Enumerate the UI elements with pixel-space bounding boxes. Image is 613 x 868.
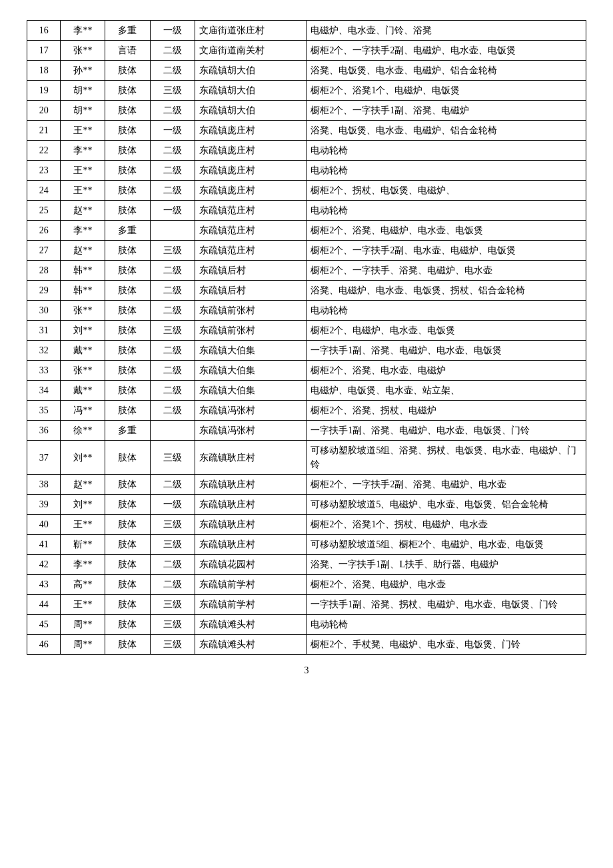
table-row: 42李**肢体二级东疏镇花园村浴凳、一字扶手1副、L扶手、助行器、电磁炉 bbox=[27, 555, 586, 575]
table-row: 24王**肢体二级东疏镇庞庄村橱柜2个、拐杖、电饭煲、电磁炉、 bbox=[27, 181, 586, 201]
table-row: 22李**肢体二级东疏镇庞庄村电动轮椅 bbox=[27, 141, 586, 161]
table-row: 39刘**肢体一级东疏镇耿庄村可移动塑胶坡道5、电磁炉、电水壶、电饭煲、铝合金轮… bbox=[27, 495, 586, 515]
table-row: 38赵**肢体二级东疏镇耿庄村橱柜2个、一字扶手2副、浴凳、电磁炉、电水壶 bbox=[27, 475, 586, 495]
page-number: 3 bbox=[27, 665, 586, 676]
table-row: 31刘**肢体三级东疏镇前张村橱柜2个、电磁炉、电水壶、电饭煲 bbox=[27, 321, 586, 341]
main-table: 16李**多重一级文庙街道张庄村电磁炉、电水壶、门铃、浴凳17张**言语二级文庙… bbox=[27, 20, 586, 655]
table-row: 17张**言语二级文庙街道南关村橱柜2个、一字扶手2副、电磁炉、电水壶、电饭煲 bbox=[27, 41, 586, 61]
table-row: 41靳**肢体三级东疏镇耿庄村可移动塑胶坡道5组、橱柜2个、电磁炉、电水壶、电饭… bbox=[27, 535, 586, 555]
table-row: 21王**肢体一级东疏镇庞庄村浴凳、电饭煲、电水壶、电磁炉、铝合金轮椅 bbox=[27, 121, 586, 141]
page-container: 16李**多重一级文庙街道张庄村电磁炉、电水壶、门铃、浴凳17张**言语二级文庙… bbox=[27, 20, 586, 676]
table-row: 35冯**肢体二级东疏镇冯张村橱柜2个、浴凳、拐杖、电磁炉 bbox=[27, 401, 586, 421]
table-row: 25赵**肢体一级东疏镇范庄村电动轮椅 bbox=[27, 201, 586, 221]
table-row: 19胡**肢体三级东疏镇胡大伯橱柜2个、浴凳1个、电磁炉、电饭煲 bbox=[27, 81, 586, 101]
table-row: 40王**肢体三级东疏镇耿庄村橱柜2个、浴凳1个、拐杖、电磁炉、电水壶 bbox=[27, 515, 586, 535]
table-row: 34戴**肢体二级东疏镇大伯集电磁炉、电饭煲、电水壶、站立架、 bbox=[27, 381, 586, 401]
table-row: 30张**肢体二级东疏镇前张村电动轮椅 bbox=[27, 301, 586, 321]
table-row: 33张**肢体二级东疏镇大伯集橱柜2个、浴凳、电水壶、电磁炉 bbox=[27, 361, 586, 381]
table-row: 46周**肢体三级东疏镇滩头村橱柜2个、手杖凳、电磁炉、电水壶、电饭煲、门铃 bbox=[27, 635, 586, 655]
table-row: 27赵**肢体三级东疏镇范庄村橱柜2个、一字扶手2副、电水壶、电磁炉、电饭煲 bbox=[27, 241, 586, 261]
table-row: 36徐**多重东疏镇冯张村一字扶手1副、浴凳、电磁炉、电水壶、电饭煲、门铃 bbox=[27, 421, 586, 441]
table-row: 16李**多重一级文庙街道张庄村电磁炉、电水壶、门铃、浴凳 bbox=[27, 21, 586, 41]
table-row: 37刘**肢体三级东疏镇耿庄村可移动塑胶坡道5组、浴凳、拐杖、电饭煲、电水壶、电… bbox=[27, 441, 586, 475]
table-row: 20胡**肢体二级东疏镇胡大伯橱柜2个、一字扶手1副、浴凳、电磁炉 bbox=[27, 101, 586, 121]
table-row: 44王**肢体三级东疏镇前学村一字扶手1副、浴凳、拐杖、电磁炉、电水壶、电饭煲、… bbox=[27, 595, 586, 615]
table-row: 45周**肢体三级东疏镇滩头村电动轮椅 bbox=[27, 615, 586, 635]
table-row: 18孙**肢体二级东疏镇胡大伯浴凳、电饭煲、电水壶、电磁炉、铝合金轮椅 bbox=[27, 61, 586, 81]
table-row: 32戴**肢体二级东疏镇大伯集一字扶手1副、浴凳、电磁炉、电水壶、电饭煲 bbox=[27, 341, 586, 361]
table-row: 28韩**肢体二级东疏镇后村橱柜2个、一字扶手、浴凳、电磁炉、电水壶 bbox=[27, 261, 586, 281]
table-row: 23王**肢体二级东疏镇庞庄村电动轮椅 bbox=[27, 161, 586, 181]
table-row: 26李**多重东疏镇范庄村橱柜2个、浴凳、电磁炉、电水壶、电饭煲 bbox=[27, 221, 586, 241]
table-row: 29韩**肢体二级东疏镇后村浴凳、电磁炉、电水壶、电饭煲、拐杖、铝合金轮椅 bbox=[27, 281, 586, 301]
table-row: 43高**肢体二级东疏镇前学村橱柜2个、浴凳、电磁炉、电水壶 bbox=[27, 575, 586, 595]
